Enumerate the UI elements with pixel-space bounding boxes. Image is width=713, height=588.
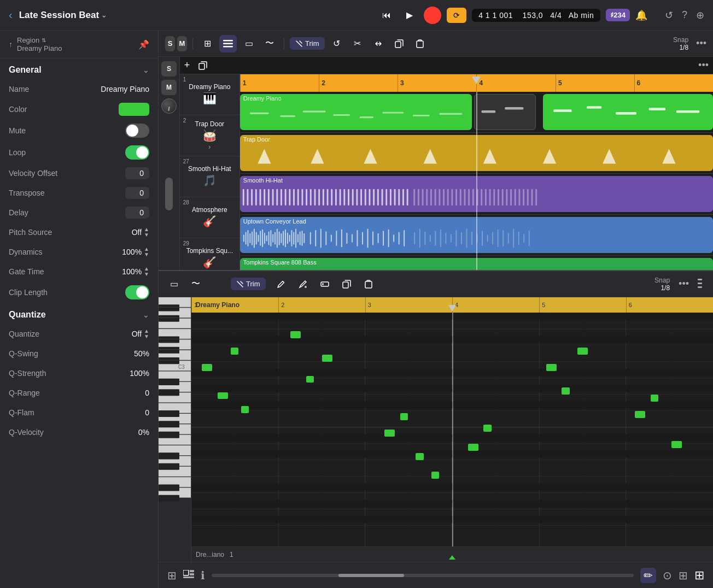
transpose-value[interactable]: 0 <box>125 187 149 199</box>
piano-note[interactable] <box>468 444 478 451</box>
trim-button[interactable]: Trim <box>290 37 325 50</box>
piano-note[interactable] <box>671 441 682 448</box>
bottom-bars-icon[interactable]: ⊞ <box>694 568 704 583</box>
pitch-source-arrows[interactable]: ▲▼ <box>144 227 149 238</box>
track-chevron-2[interactable]: › <box>208 143 211 151</box>
piano-roll-window-btn[interactable]: ▭ <box>165 275 183 293</box>
piano-roll-notes-area[interactable] <box>191 313 713 546</box>
q-flam-value[interactable]: 0 <box>145 408 149 417</box>
piano-note[interactable] <box>400 413 408 420</box>
piano-note[interactable] <box>241 406 249 413</box>
piano-note[interactable] <box>384 430 395 437</box>
loop-region-button[interactable]: ↺ <box>328 35 346 52</box>
back-button[interactable]: ‹ <box>9 9 13 21</box>
more-options-button[interactable]: ••• <box>696 38 706 49</box>
loop-button[interactable]: ⟳ <box>447 8 466 23</box>
track-clip-27[interactable]: Smooth Hi-Hat <box>240 176 713 212</box>
scrollbar-thumb[interactable] <box>338 574 404 577</box>
rewind-button[interactable]: ⏮ <box>378 7 395 24</box>
horizontal-scrollbar[interactable] <box>212 574 634 577</box>
metronome-button[interactable]: 🔔 <box>635 9 647 21</box>
track-mute-button[interactable]: M <box>161 80 177 95</box>
quantize-collapse-chevron[interactable]: ⌄ <box>143 310 149 319</box>
track-clip-1b[interactable] <box>474 94 535 130</box>
track-header-28[interactable]: 28 Atmosphere 🎸 <box>180 197 239 238</box>
general-collapse-chevron[interactable]: ⌄ <box>143 66 149 74</box>
track-header-27[interactable]: 27 Smooth Hi-Hat 🎵 <box>180 156 239 197</box>
q-swing-value[interactable]: 50% <box>134 349 149 358</box>
quantize-arrows[interactable]: ▲▼ <box>144 328 149 339</box>
vertical-scrollbar[interactable] <box>165 178 173 210</box>
piano-note[interactable] <box>483 425 491 432</box>
velocity-offset-value[interactable]: 0 <box>125 167 149 179</box>
piano-note[interactable] <box>562 387 569 395</box>
color-swatch[interactable] <box>119 103 149 116</box>
track-header-29[interactable]: 29 Tompkins Squ... 🎸 <box>180 238 239 270</box>
bottom-list-icon[interactable] <box>183 569 194 581</box>
piano-note[interactable] <box>546 364 557 371</box>
piano-roll-more-btn[interactable]: ••• <box>679 278 689 290</box>
piano-note[interactable] <box>577 348 588 355</box>
history-icon[interactable]: ↺ <box>665 9 673 21</box>
bottom-eq-icon[interactable]: ⊞ <box>679 569 688 582</box>
piano-note[interactable] <box>231 348 238 355</box>
delay-value[interactable]: 0 <box>125 207 149 219</box>
gate-time-stepper[interactable]: 100% ▲▼ <box>122 266 149 277</box>
region-up-arrow[interactable]: ↑ <box>9 40 13 49</box>
mute-button[interactable]: M <box>177 36 187 51</box>
play-button[interactable]: ▶ <box>401 7 418 24</box>
bottom-pencil-icon[interactable]: ✏ <box>640 568 656 583</box>
track-clip-2[interactable]: Trap Door <box>240 135 713 171</box>
piano-note[interactable] <box>202 364 212 371</box>
bottom-clock-icon[interactable]: ⊙ <box>663 569 672 582</box>
name-value[interactable]: Dreamy Piano <box>101 85 149 93</box>
piano-note[interactable] <box>218 392 228 399</box>
piano-note[interactable] <box>322 355 332 362</box>
q-range-value[interactable]: 0 <box>145 389 149 397</box>
piano-note[interactable] <box>306 376 314 383</box>
track-clip-1a[interactable]: Dreamy Piano <box>240 94 472 130</box>
mute-toggle[interactable] <box>125 124 149 138</box>
project-title-chevron[interactable]: ⌄ <box>101 11 107 19</box>
record-button[interactable] <box>424 7 441 24</box>
loop-toggle[interactable] <box>125 145 149 160</box>
quantize-stepper[interactable]: Off ▲▼ <box>132 328 149 339</box>
master-knob[interactable] <box>161 98 177 114</box>
piano-roll-pencil-tool[interactable] <box>272 275 290 293</box>
add-icon[interactable]: ⊕ <box>696 9 704 21</box>
bottom-info-icon[interactable]: ℹ <box>201 569 205 582</box>
track-header-1[interactable]: 1 Dreamy Piano 🎹 <box>180 74 239 115</box>
automation-button[interactable]: 〜 <box>261 35 278 52</box>
piano-roll-copy-btn2[interactable] <box>338 275 355 293</box>
help-icon[interactable]: ? <box>682 9 687 21</box>
clip-length-toggle[interactable] <box>125 285 149 299</box>
gate-time-arrows[interactable]: ▲▼ <box>144 266 149 277</box>
track-options-button[interactable]: ••• <box>698 60 709 71</box>
piano-note[interactable] <box>651 395 658 402</box>
scissors-button[interactable]: ✂ <box>349 35 366 52</box>
bottom-grid-icon[interactable]: ⊞ <box>167 569 177 582</box>
track-clip-28[interactable]: Uptown Conveyor Lead <box>240 217 713 253</box>
track-solo-button[interactable]: S <box>161 61 177 77</box>
track-clip-1c[interactable] <box>543 94 713 130</box>
paste-region-button[interactable] <box>411 35 429 52</box>
piano-note[interactable] <box>635 411 645 418</box>
piano-roll-note-color-tool[interactable] <box>316 275 334 293</box>
piano-roll-trim-btn[interactable]: Trim <box>231 278 266 290</box>
piano-roll-pencil-btn[interactable]: 〜 <box>187 275 204 293</box>
piano-roll-handle[interactable] <box>693 279 706 290</box>
piano-note[interactable] <box>431 472 439 479</box>
copy-region-button[interactable] <box>390 35 408 52</box>
copy-track-button[interactable] <box>194 58 212 73</box>
window-view-button[interactable]: ▭ <box>240 35 258 52</box>
piano-roll-color-tool[interactable] <box>294 275 312 293</box>
solo-button[interactable]: S <box>165 36 175 51</box>
add-track-button[interactable]: + <box>184 60 190 71</box>
grid-view-button[interactable]: ⊞ <box>198 35 216 52</box>
track-clip-29[interactable]: Tompkins Square 808 Bass <box>240 258 713 270</box>
track-header-2[interactable]: 2 Trap Door 🥁 › <box>180 115 239 156</box>
q-strength-value[interactable]: 100% <box>130 369 149 378</box>
pin-icon[interactable]: 📌 <box>138 39 149 50</box>
piano-note[interactable] <box>290 331 301 338</box>
pitch-source-stepper[interactable]: Off ▲▼ <box>132 227 149 238</box>
